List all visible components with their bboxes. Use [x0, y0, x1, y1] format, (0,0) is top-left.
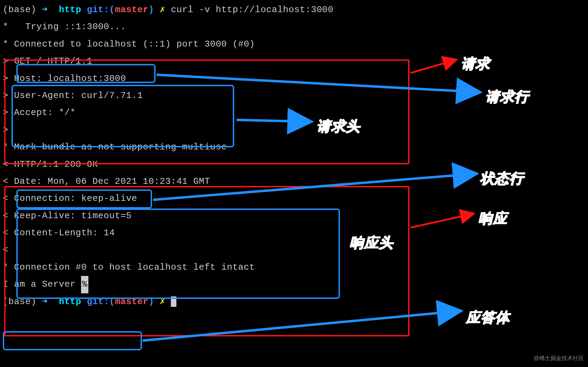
line-response-empty: < [3, 242, 585, 259]
annotation-request-line: 请求行 [485, 83, 529, 110]
line-trying: * Trying ::1:3000... [3, 18, 585, 35]
line-request-line: > GET / HTTP/1.1 [3, 53, 585, 70]
line-connected: * Connected to localhost (::1) port 3000… [3, 36, 585, 53]
line-response-body: I am a Server % [3, 276, 585, 293]
watermark: @稀土掘金技术社区 [534, 353, 584, 364]
response-body-box [3, 331, 142, 350]
annotation-request: 请求 [461, 50, 490, 77]
annotation-response-body: 应答体 [466, 304, 510, 331]
annotation-request-headers: 请求头 [317, 113, 360, 139]
annotation-response: 响应 [478, 205, 508, 231]
cursor-icon [171, 296, 176, 307]
line-request-empty: > [3, 122, 585, 139]
svg-line-5 [143, 311, 459, 341]
annotation-status-line: 状态行 [480, 165, 524, 191]
line-left-intact: * Connection #0 to host localhost left i… [3, 259, 585, 276]
percent-icon: % [81, 276, 88, 293]
line-mark-bundle: * Mark bundle as not supporting multiuse [3, 139, 585, 156]
annotation-response-headers: 响应头 [350, 229, 394, 256]
prompt-line-1: (base) ➜ http git:(master) ✗ curl -v htt… [3, 1, 585, 18]
